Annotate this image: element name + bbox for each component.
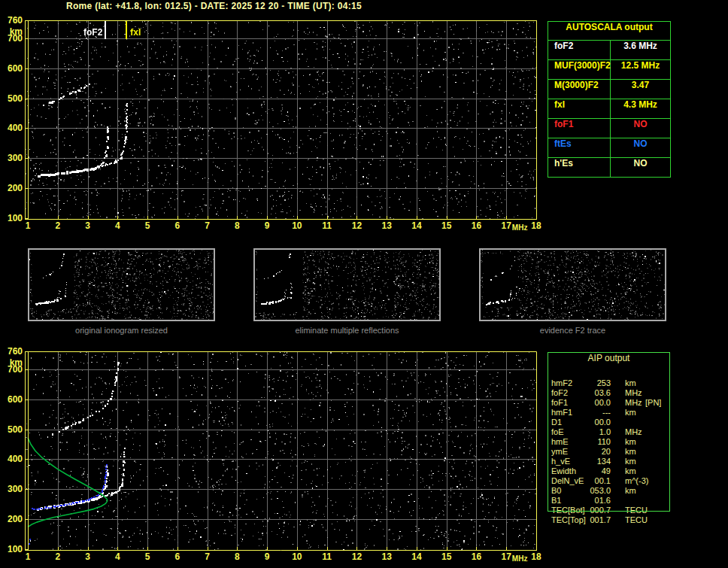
panel-evidence-f2-trace	[479, 248, 666, 321]
aip-row-unit: km	[625, 466, 636, 476]
aip-row-label: foF2	[551, 388, 568, 398]
x-tick-label: 8	[235, 220, 240, 231]
x-tick-label: 16	[472, 551, 481, 562]
aip-table-row: foE1.0MHz	[548, 427, 675, 437]
aip-table-row: foF100.0MHz[PN]	[548, 398, 675, 408]
row-label: foF1	[548, 119, 611, 138]
x-tick-label: 11	[322, 551, 332, 562]
x-tick-label: 13	[381, 551, 391, 562]
aip-row-value: 00.0	[573, 398, 611, 408]
table-row-fof2: foF2 3.6 MHz	[548, 41, 670, 60]
table-row-muf3000f2: MUF(3000)F2 12.5 MHz	[548, 60, 670, 80]
row-label: h'Es	[548, 158, 611, 177]
x-tick-label: 14	[411, 220, 421, 231]
x-tick-label: 12	[352, 551, 362, 562]
aip-row-unit: MHz	[625, 427, 642, 437]
y-tick-label: 400	[0, 454, 23, 464]
aip-row-value: 03.6	[573, 388, 611, 398]
aip-row-unit: km	[625, 447, 636, 457]
aip-table-row: h_vE134km	[548, 457, 675, 466]
aip-row-label: ymE	[551, 447, 568, 457]
x-tick-label: 6	[174, 551, 180, 562]
x-tick-label: 3	[85, 220, 90, 231]
autoscala-table-title: AUTOSCALA output	[548, 22, 670, 41]
x-tick-label: 11	[322, 220, 332, 231]
x-tick-label: 4	[115, 220, 120, 231]
aip-table-row: Ewidth49km	[548, 466, 675, 476]
aip-row-unit: km	[625, 486, 636, 496]
row-value: NO	[611, 138, 670, 157]
x-tick-label: 3	[85, 551, 90, 562]
row-label: MUF(3000)F2	[548, 60, 611, 79]
x-tick-label: 17	[502, 220, 511, 231]
row-value: 3.6 MHz	[611, 41, 670, 59]
table-row-m3000f2: M(3000)F2 3.47	[548, 80, 670, 99]
x-tick-label: 6	[174, 220, 180, 231]
aip-row-value: 49	[573, 466, 611, 476]
profile-ionogram-plot	[25, 351, 537, 551]
aip-row-value: ---	[573, 408, 611, 418]
aip-row-label: B0	[551, 486, 561, 496]
row-label: ftEs	[548, 138, 611, 157]
aip-row-label: foF1	[551, 398, 568, 408]
aip-row-value: 000.7	[573, 506, 611, 515]
aip-row-value: 053.0	[573, 486, 611, 496]
row-value: 4.3 MHz	[611, 99, 670, 118]
panel-caption: original ionogram resized	[28, 326, 215, 335]
aip-table-row: foF203.6MHz	[548, 388, 675, 398]
x-tick-label: 7	[205, 551, 210, 562]
aip-row-label: D1	[551, 418, 562, 427]
row-value: NO	[611, 158, 670, 177]
x-tick-label: 18	[531, 220, 541, 231]
x-tick-label: 5	[145, 551, 150, 562]
y-tick-label: 500	[0, 424, 23, 435]
row-label: fxI	[548, 99, 611, 118]
aip-table-row: TEC[Top]001.7TECU	[548, 515, 675, 525]
aip-table-row: hmF2253km	[548, 378, 675, 388]
aip-row-value: 01.6	[573, 496, 611, 506]
fof2-marker-label: foF2	[77, 27, 102, 38]
x-axis-unit: MHz	[512, 223, 528, 232]
table-row-ftes: ftEs NO	[548, 138, 670, 158]
aip-row-unit: MHz	[625, 388, 642, 398]
aip-row-label: hmF2	[551, 378, 572, 388]
aip-row-value: 20	[573, 447, 611, 457]
fxi-marker-label: fxI	[130, 27, 141, 38]
x-tick-label: 13	[381, 220, 391, 231]
y-tick-label: 300	[0, 153, 23, 163]
row-label: M(3000)F2	[548, 80, 611, 99]
x-tick-label: 15	[441, 551, 451, 562]
y-tick-label: 100	[0, 213, 23, 223]
scaled-ionogram-plot	[25, 20, 537, 220]
aip-row-value: 00.0	[573, 418, 611, 427]
y-axis-unit: km	[0, 26, 23, 37]
y-tick-label: 760	[0, 15, 23, 26]
x-tick-label: 9	[265, 551, 270, 562]
eliminate-reflections-thumbnail	[255, 250, 439, 320]
panel-eliminate-reflections	[253, 248, 441, 321]
x-tick-label: 12	[352, 220, 362, 231]
x-tick-label: 5	[145, 220, 150, 231]
aip-table-row: B101.6	[548, 496, 675, 506]
aip-row-label: h_vE	[551, 457, 570, 466]
table-row-hpes: h'Es NO	[548, 158, 670, 177]
aip-row-unit: km	[625, 378, 636, 388]
x-tick-label: 1	[26, 551, 31, 562]
y-tick-label: 600	[0, 394, 23, 405]
x-tick-label: 18	[531, 551, 541, 562]
aip-row-note: [PN]	[645, 398, 661, 408]
y-tick-label: 500	[0, 93, 23, 104]
y-tick-label: 400	[0, 123, 23, 133]
aip-table-row: B0053.0km	[548, 486, 675, 496]
row-value: NO	[611, 119, 670, 138]
aip-table-title: AIP output	[548, 353, 669, 372]
autoscala-output-table: AUTOSCALA output foF2 3.6 MHz MUF(3000)F…	[548, 21, 671, 178]
x-tick-label: 4	[115, 551, 120, 562]
table-row-fxi: fxI 4.3 MHz	[548, 99, 670, 119]
aip-row-value: 134	[573, 457, 611, 466]
aip-output-table: AIP output hmF2253kmfoF203.6MHzfoF100.0M…	[548, 352, 675, 536]
y-tick-label: 760	[0, 346, 23, 357]
aip-row-unit: km	[625, 457, 636, 466]
original-ionogram-thumbnail	[29, 250, 214, 320]
aip-row-value: 00.1	[573, 476, 611, 486]
